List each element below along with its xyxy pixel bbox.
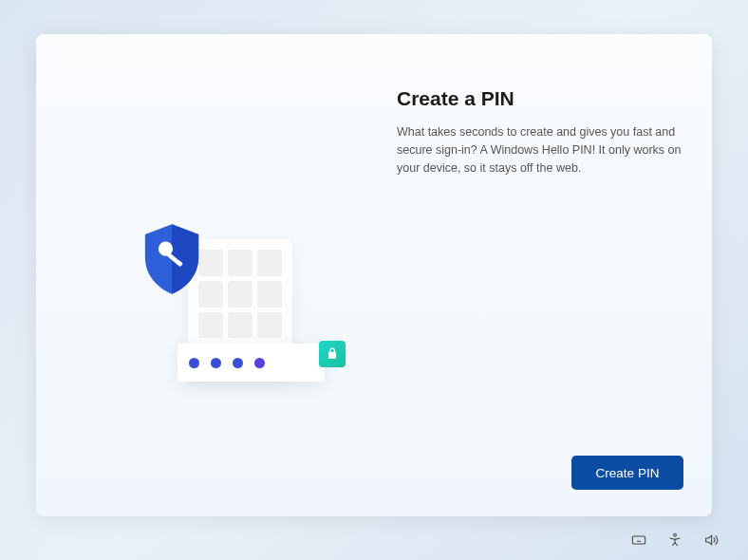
svg-point-4 [674, 533, 677, 536]
key [198, 312, 223, 339]
create-pin-button[interactable]: Create PIN [571, 456, 683, 490]
key [228, 281, 252, 308]
pin-illustration [131, 220, 330, 401]
pin-dot [211, 358, 221, 368]
key [257, 281, 282, 308]
system-tray [630, 532, 720, 549]
volume-icon[interactable] [702, 532, 720, 549]
oobe-card: Create a PIN What takes seconds to creat… [36, 34, 712, 516]
page-title: Create a PIN [397, 87, 682, 110]
key [228, 250, 252, 276]
svg-rect-3 [632, 536, 645, 544]
key [257, 312, 282, 339]
pin-dot [189, 358, 199, 368]
shield-key-icon [139, 222, 205, 296]
pin-dot [254, 358, 265, 368]
accessibility-icon[interactable] [666, 532, 683, 549]
keyboard-icon[interactable] [630, 532, 647, 549]
key [257, 250, 282, 276]
lock-badge-icon [319, 341, 346, 367]
content-pane: Create a PIN What takes seconds to creat… [397, 87, 682, 177]
key [228, 312, 252, 339]
pin-dots-card [178, 344, 325, 382]
page-description: What takes seconds to create and gives y… [397, 123, 682, 177]
pin-dot [233, 358, 243, 368]
